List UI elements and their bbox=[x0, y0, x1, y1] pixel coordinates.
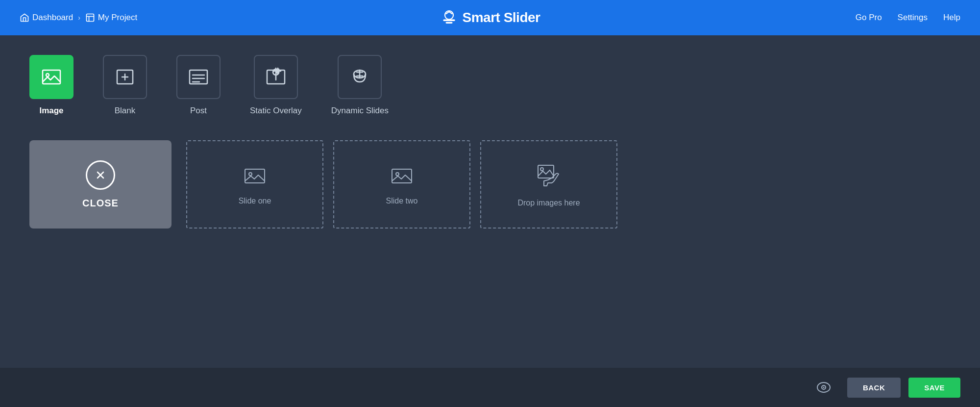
blank-type-icon bbox=[113, 65, 137, 89]
dashboard-link[interactable]: Dashboard bbox=[20, 13, 73, 23]
slide-type-selector: Image Blank Pos bbox=[29, 55, 951, 116]
settings-link[interactable]: Settings bbox=[898, 13, 928, 23]
project-icon bbox=[85, 13, 95, 23]
type-item-image[interactable]: Image bbox=[29, 55, 74, 116]
slide-card-one[interactable]: Slide one bbox=[186, 140, 323, 229]
svg-rect-4 bbox=[43, 70, 60, 84]
footer: BACK SAVE bbox=[0, 368, 980, 407]
type-item-blank[interactable]: Blank bbox=[103, 55, 147, 116]
header: Dashboard › My Project Smart Slider Go P… bbox=[0, 0, 980, 35]
drop-images-icon bbox=[534, 161, 564, 191]
project-label: My Project bbox=[98, 13, 137, 23]
logo-icon bbox=[440, 8, 459, 27]
type-icon-box-blank bbox=[103, 55, 147, 99]
type-label-post: Post bbox=[190, 106, 207, 116]
main-content: Image Blank Pos bbox=[0, 35, 980, 368]
type-label-static-overlay: Static Overlay bbox=[250, 106, 302, 116]
drop-zone[interactable]: Drop images here bbox=[480, 140, 617, 229]
type-icon-box-image bbox=[29, 55, 74, 99]
slide-two-icon bbox=[389, 163, 415, 189]
svg-rect-26 bbox=[245, 169, 265, 183]
close-circle-icon bbox=[86, 160, 115, 190]
svg-point-27 bbox=[249, 173, 252, 176]
svg-rect-3 bbox=[446, 22, 453, 24]
svg-rect-0 bbox=[86, 14, 94, 22]
svg-point-31 bbox=[540, 168, 543, 171]
dashboard-label: Dashboard bbox=[32, 13, 73, 23]
app-logo: Smart Slider bbox=[440, 8, 540, 27]
breadcrumb-separator: › bbox=[78, 14, 80, 22]
header-actions: Go Pro Settings Help bbox=[856, 13, 960, 23]
x-icon bbox=[94, 168, 107, 182]
help-link[interactable]: Help bbox=[943, 13, 960, 23]
back-button[interactable]: BACK bbox=[847, 378, 901, 398]
dynamic-slides-type-icon bbox=[348, 65, 371, 89]
type-label-blank: Blank bbox=[115, 106, 136, 116]
close-panel[interactable]: CLOSE bbox=[29, 140, 172, 229]
slide-card-two[interactable]: Slide two bbox=[333, 140, 470, 229]
image-type-icon bbox=[40, 65, 63, 89]
type-item-post[interactable]: Post bbox=[176, 55, 220, 116]
project-link[interactable]: My Project bbox=[85, 13, 137, 23]
go-pro-link[interactable]: Go Pro bbox=[856, 13, 882, 23]
slide-one-label: Slide one bbox=[239, 197, 271, 205]
type-item-dynamic-slides[interactable]: Dynamic Slides bbox=[331, 55, 389, 116]
svg-rect-2 bbox=[443, 19, 455, 21]
svg-point-29 bbox=[396, 173, 399, 176]
post-type-icon bbox=[187, 65, 210, 89]
close-label: CLOSE bbox=[82, 198, 119, 209]
svg-point-34 bbox=[823, 387, 824, 388]
type-item-static-overlay[interactable]: Static Overlay bbox=[250, 55, 302, 116]
slide-one-icon bbox=[242, 163, 268, 189]
static-overlay-type-icon bbox=[264, 65, 288, 89]
logo-text: Smart Slider bbox=[463, 10, 540, 25]
drop-label: Drop images here bbox=[517, 199, 580, 207]
type-icon-box-post bbox=[176, 55, 220, 99]
breadcrumb: Dashboard › My Project bbox=[20, 13, 137, 23]
slide-two-label: Slide two bbox=[386, 197, 418, 205]
type-icon-box-static-overlay bbox=[254, 55, 298, 99]
svg-rect-28 bbox=[392, 169, 412, 183]
svg-point-5 bbox=[46, 74, 49, 76]
type-label-image: Image bbox=[39, 106, 63, 116]
type-icon-box-dynamic-slides bbox=[338, 55, 382, 99]
eye-icon bbox=[815, 379, 832, 396]
preview-button[interactable] bbox=[813, 377, 834, 398]
save-button[interactable]: SAVE bbox=[908, 378, 960, 398]
slides-area: CLOSE Slide one Slide two bbox=[29, 140, 951, 229]
type-label-dynamic-slides: Dynamic Slides bbox=[331, 106, 389, 116]
home-icon bbox=[20, 13, 29, 23]
